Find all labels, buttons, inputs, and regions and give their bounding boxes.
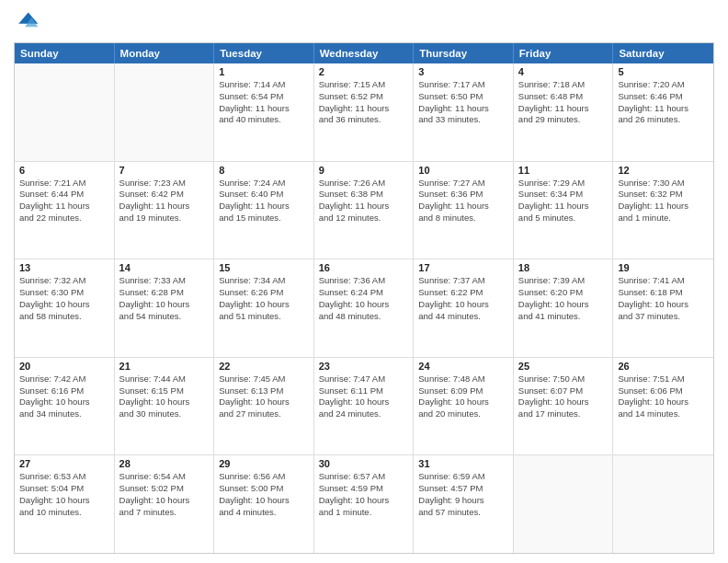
calendar-cell: 5Sunrise: 7:20 AMSunset: 6:46 PMDaylight… bbox=[613, 63, 713, 161]
cell-line: Daylight: 9 hours bbox=[418, 495, 508, 507]
cell-line: and 22 minutes. bbox=[19, 213, 109, 224]
day-number: 28 bbox=[119, 458, 210, 469]
cell-line: Daylight: 11 hours bbox=[119, 201, 210, 213]
calendar-cell: 22Sunrise: 7:45 AMSunset: 6:13 PMDayligh… bbox=[214, 358, 314, 455]
cell-line: Daylight: 10 hours bbox=[19, 396, 109, 408]
cell-line: Daylight: 11 hours bbox=[219, 201, 309, 213]
day-number: 14 bbox=[119, 262, 210, 273]
day-number: 23 bbox=[319, 361, 409, 372]
cell-line: and 5 minutes. bbox=[518, 213, 609, 224]
cell-line: Sunrise: 7:39 AM bbox=[518, 275, 609, 287]
cell-line: Sunset: 6:44 PM bbox=[19, 189, 109, 201]
cell-line: and 36 minutes. bbox=[319, 114, 409, 126]
cell-line: Sunrise: 7:23 AM bbox=[119, 178, 210, 190]
day-number: 13 bbox=[19, 262, 109, 273]
cell-line: Sunset: 6:28 PM bbox=[119, 287, 210, 299]
cell-line: and 57 minutes. bbox=[418, 507, 508, 519]
cell-line: Sunrise: 7:20 AM bbox=[618, 79, 709, 91]
calendar-cell: 23Sunrise: 7:47 AMSunset: 6:11 PMDayligh… bbox=[314, 358, 415, 455]
cell-line: and 20 minutes. bbox=[418, 408, 508, 420]
calendar-cell: 19Sunrise: 7:41 AMSunset: 6:18 PMDayligh… bbox=[613, 259, 713, 357]
cell-line: Sunrise: 7:44 AM bbox=[119, 373, 210, 385]
calendar-cell: 3Sunrise: 7:17 AMSunset: 6:50 PMDaylight… bbox=[414, 63, 514, 161]
cell-line: Daylight: 10 hours bbox=[219, 495, 309, 507]
cell-line: Daylight: 11 hours bbox=[319, 201, 409, 213]
calendar-cell: 10Sunrise: 7:27 AMSunset: 6:36 PMDayligh… bbox=[414, 162, 514, 259]
day-number: 25 bbox=[518, 361, 609, 372]
logo bbox=[14, 9, 41, 35]
cell-line: Sunset: 6:06 PM bbox=[618, 385, 709, 397]
cell-line: Daylight: 10 hours bbox=[219, 299, 309, 311]
cell-line: Daylight: 10 hours bbox=[19, 299, 109, 311]
cell-line: Sunset: 6:26 PM bbox=[219, 287, 309, 299]
cell-line: Sunrise: 7:36 AM bbox=[319, 275, 409, 287]
cell-line: and 44 minutes. bbox=[418, 311, 508, 323]
calendar-cell: 21Sunrise: 7:44 AMSunset: 6:15 PMDayligh… bbox=[115, 358, 215, 455]
cell-line: Sunset: 6:54 PM bbox=[219, 91, 309, 103]
cell-line: Daylight: 11 hours bbox=[418, 103, 508, 115]
cell-line: Sunset: 6:20 PM bbox=[518, 287, 609, 299]
cell-line: Sunset: 6:16 PM bbox=[19, 385, 109, 397]
day-number: 21 bbox=[119, 361, 210, 372]
day-number: 26 bbox=[618, 361, 709, 372]
cell-line: Sunrise: 7:48 AM bbox=[418, 373, 508, 385]
day-number: 24 bbox=[418, 361, 508, 372]
day-number: 20 bbox=[19, 361, 109, 372]
day-of-week-header: Friday bbox=[514, 43, 614, 63]
cell-line: and 29 minutes. bbox=[518, 114, 609, 126]
cell-line: and 4 minutes. bbox=[219, 507, 309, 519]
day-number: 29 bbox=[219, 458, 309, 469]
cell-line: Daylight: 10 hours bbox=[219, 396, 309, 408]
logo-icon bbox=[14, 9, 40, 35]
day-number: 19 bbox=[618, 262, 709, 273]
calendar-body: 1Sunrise: 7:14 AMSunset: 6:54 PMDaylight… bbox=[15, 63, 713, 553]
cell-line: Sunrise: 7:42 AM bbox=[19, 373, 109, 385]
day-number: 5 bbox=[618, 66, 709, 77]
day-of-week-header: Wednesday bbox=[314, 43, 415, 63]
cell-line: Sunset: 6:38 PM bbox=[319, 189, 409, 201]
cell-line: Sunset: 6:32 PM bbox=[618, 189, 709, 201]
cell-line: Sunset: 6:52 PM bbox=[319, 91, 409, 103]
day-of-week-header: Saturday bbox=[613, 43, 713, 63]
cell-line: Sunrise: 7:45 AM bbox=[219, 373, 309, 385]
day-of-week-header: Tuesday bbox=[214, 43, 314, 63]
calendar-cell: 26Sunrise: 7:51 AMSunset: 6:06 PMDayligh… bbox=[613, 358, 713, 455]
day-number: 8 bbox=[219, 165, 309, 176]
calendar-cell: 2Sunrise: 7:15 AMSunset: 6:52 PMDaylight… bbox=[314, 63, 415, 161]
page: SundayMondayTuesdayWednesdayThursdayFrid… bbox=[0, 0, 728, 563]
cell-line: Sunset: 6:48 PM bbox=[518, 91, 609, 103]
cell-line: Daylight: 11 hours bbox=[618, 201, 709, 213]
cell-line: Sunrise: 6:53 AM bbox=[19, 471, 109, 483]
cell-line: Daylight: 10 hours bbox=[618, 299, 709, 311]
calendar-cell bbox=[514, 455, 614, 553]
calendar-cell: 1Sunrise: 7:14 AMSunset: 6:54 PMDaylight… bbox=[214, 63, 314, 161]
cell-line: and 8 minutes. bbox=[418, 213, 508, 224]
day-number: 7 bbox=[119, 165, 210, 176]
cell-line: Sunrise: 7:37 AM bbox=[418, 275, 508, 287]
calendar-cell: 4Sunrise: 7:18 AMSunset: 6:48 PMDaylight… bbox=[514, 63, 614, 161]
cell-line: Sunset: 6:07 PM bbox=[518, 385, 609, 397]
cell-line: Sunrise: 7:17 AM bbox=[418, 79, 508, 91]
day-number: 31 bbox=[418, 458, 508, 469]
calendar-cell: 6Sunrise: 7:21 AMSunset: 6:44 PMDaylight… bbox=[15, 162, 115, 259]
calendar-cell: 25Sunrise: 7:50 AMSunset: 6:07 PMDayligh… bbox=[514, 358, 614, 455]
cell-line: and 1 minute. bbox=[319, 507, 409, 519]
cell-line: Sunrise: 7:50 AM bbox=[518, 373, 609, 385]
cell-line: Daylight: 10 hours bbox=[119, 495, 210, 507]
cell-line: Sunrise: 7:24 AM bbox=[219, 178, 309, 190]
calendar-cell: 13Sunrise: 7:32 AMSunset: 6:30 PMDayligh… bbox=[15, 259, 115, 357]
calendar-week-row: 6Sunrise: 7:21 AMSunset: 6:44 PMDaylight… bbox=[15, 162, 713, 260]
day-number: 1 bbox=[219, 66, 309, 77]
calendar-cell: 20Sunrise: 7:42 AMSunset: 6:16 PMDayligh… bbox=[15, 358, 115, 455]
day-number: 9 bbox=[319, 165, 409, 176]
cell-line: and 12 minutes. bbox=[319, 213, 409, 224]
cell-line: Sunrise: 7:15 AM bbox=[319, 79, 409, 91]
calendar-header: SundayMondayTuesdayWednesdayThursdayFrid… bbox=[15, 43, 713, 63]
cell-line: Daylight: 11 hours bbox=[19, 201, 109, 213]
day-of-week-header: Thursday bbox=[414, 43, 514, 63]
cell-line: and 24 minutes. bbox=[319, 408, 409, 420]
cell-line: Daylight: 11 hours bbox=[618, 103, 709, 115]
cell-line: Sunrise: 7:32 AM bbox=[19, 275, 109, 287]
calendar-cell bbox=[15, 63, 115, 161]
cell-line: Sunrise: 7:27 AM bbox=[418, 178, 508, 190]
